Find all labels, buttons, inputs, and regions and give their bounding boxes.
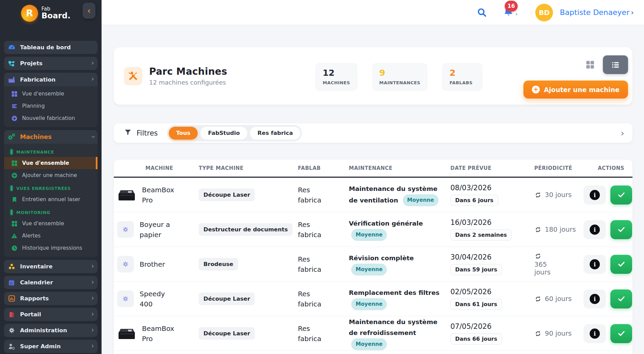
periodicity-cell: 180 jours (530, 226, 578, 233)
sidebar-subpanel: Vue d'ensemble Planning Nouvelle fabrica… (4, 86, 97, 127)
sidebar-item-portail[interactable]: Portail › (4, 308, 97, 321)
chevron-right-icon[interactable]: › (631, 8, 634, 17)
add-machine-button[interactable]: + Ajouter une machine (523, 81, 628, 99)
machine-type-badge: Brodeuse (199, 258, 238, 270)
brand-logo-icon: R (21, 5, 38, 22)
plus-circle-icon (11, 172, 18, 179)
page-subtitle: 12 machines configurées (149, 79, 227, 86)
info-button[interactable]: i (584, 220, 606, 239)
due-countdown-badge: Dans 66 jours (450, 333, 502, 344)
maintenance-cell: Révision complète Moyenne (340, 253, 445, 276)
column-header-fablab: FABLAB (293, 165, 340, 171)
actions-cell: i (578, 324, 632, 343)
sidebar-item-label: Administration (20, 327, 67, 334)
info-button[interactable]: i (584, 255, 606, 274)
info-button[interactable]: i (584, 324, 606, 343)
sidebar-item-label: Calendrier (20, 279, 53, 286)
info-button[interactable]: i (584, 185, 606, 205)
user-name[interactable]: Baptiste Denaeyer (560, 8, 629, 17)
sidebar-collapse-button[interactable]: ‹ (83, 3, 95, 19)
table-row: BeamBox Pro Découpe Laser Res fabrica Ma… (114, 316, 632, 351)
notifications-button[interactable]: 16 › (503, 6, 518, 19)
sidebar-item-vue-d-ensemble[interactable]: Vue d'ensemble (4, 88, 97, 100)
clock-icon (11, 245, 18, 251)
priority-badge: Moyenne (351, 264, 387, 276)
refresh-icon (534, 295, 542, 303)
sidebar-item-rapports[interactable]: Rapports › (4, 292, 97, 305)
periodicity-cell: 30 jours (530, 191, 578, 199)
sidebar-item-vue-d-ensemble[interactable]: Vue d'ensemble (4, 217, 97, 230)
stat-machines: 12 MACHINES (316, 63, 357, 91)
actions-cell: i (578, 289, 632, 308)
sidebar-section-vues-enregistrees: VUES ENREGISTRÉES (4, 181, 97, 193)
chevron-right-icon: › (91, 342, 94, 351)
filter-chip-tous[interactable]: Tous (169, 127, 198, 140)
table-row: Brother Brodeuse Res fabrica Révision co… (114, 247, 632, 282)
filter-chip-fabstudio[interactable]: FabStudio (200, 127, 247, 140)
sidebar-item-label: Tableau de bord (20, 44, 71, 51)
sidebar-item-label: Vue d'ensemble (22, 160, 69, 166)
info-button[interactable]: i (584, 289, 606, 308)
brand-name: Fab Board. (41, 6, 70, 20)
chevron-right-icon: › (91, 311, 94, 319)
sidebar-item-label: Vue d'ensemble (22, 91, 64, 97)
validate-button[interactable] (610, 289, 632, 308)
machine-type-badge: Découpe Laser (199, 327, 255, 340)
sidebar-item-vue-d-ensemble[interactable]: Vue d'ensemble (4, 157, 97, 169)
chevron-right-icon[interactable]: › (621, 128, 624, 138)
periodicity-value: 90 jours (545, 330, 572, 337)
sidebar-item-fabrication[interactable]: Fabrication › (4, 73, 97, 86)
grid-view-button[interactable] (583, 57, 597, 72)
main-area: 16 › BD Baptiste Denaeyer › (102, 0, 644, 354)
table-body: BeamBox Pro Découpe Laser Res fabrica Ma… (114, 178, 632, 351)
machine-placeholder-icon (117, 221, 134, 238)
machine-type-badge: Découpe Laser (199, 293, 255, 305)
machine-type-badge: Découpe Laser (199, 189, 255, 201)
sidebar-item-planning[interactable]: Planning (4, 100, 97, 112)
table-row: Boyeur a papier Destructeur de documents… (114, 212, 632, 247)
validate-button[interactable] (610, 324, 632, 343)
info-icon: i (590, 225, 600, 235)
machine-name: Speedy 400 (140, 289, 174, 309)
actions-cell: i (578, 185, 632, 205)
sidebar-group-fabrication: Fabrication › Vue d'ensemble Planning No… (4, 73, 97, 127)
search-icon[interactable] (477, 7, 487, 18)
sidebar-item-historique-impressions[interactable]: Historique impressions (4, 242, 97, 254)
notification-badge: 16 (505, 1, 518, 12)
maintenance-cell: Remplacement des filtres Moyenne (340, 287, 445, 311)
sidebar-item-super-admin[interactable]: Super Admin › (4, 340, 97, 353)
sidebar-item-ajouter-une-machine[interactable]: Ajouter une machine (4, 169, 97, 181)
sidebar-item-tableau-de-bord[interactable]: Tableau de bord (4, 41, 97, 54)
sidebar-item-label: Vue d'ensemble (22, 220, 64, 227)
sidebar-section-maintenance: MAINTENANCE (4, 145, 97, 157)
chevron-right-icon: › (91, 279, 94, 287)
sidebar-item-entretien-annuel-laser[interactable]: Entretien annuel laser (4, 193, 97, 206)
sidebar-item-label: Fabrication (20, 76, 56, 83)
due-date: 30/04/2026 (450, 253, 530, 261)
filters-title: Filtres (137, 129, 158, 137)
periodicity-cell: 90 jours (530, 330, 578, 337)
due-date: 16/03/2026 (450, 218, 530, 227)
check-icon (618, 191, 625, 199)
sidebar-item-label: Inventaire (20, 263, 53, 270)
sidebar-section-monitoring: MONITORING (4, 206, 97, 217)
sidebar-item-administration[interactable]: Administration › (4, 324, 97, 337)
machine-type-cell: Brodeuse (195, 258, 293, 270)
grid-icon (11, 91, 18, 97)
sidebar-item-projets[interactable]: Projets › (4, 57, 97, 70)
sidebar-item-nouvelle-fabrication[interactable]: Nouvelle fabrication (4, 112, 97, 124)
validate-button[interactable] (610, 185, 632, 205)
filter-chip-res-fabrica[interactable]: Res fabrica (250, 127, 300, 140)
validate-button[interactable] (610, 255, 632, 274)
avatar[interactable]: BD (535, 4, 553, 21)
validate-button[interactable] (610, 220, 632, 239)
list-view-button[interactable] (603, 55, 628, 74)
machine-name: Brother (140, 259, 165, 269)
section-pill-icon (11, 210, 13, 215)
sidebar-item-alertes[interactable]: Alertes (4, 230, 97, 242)
sidebar-item-inventaire[interactable]: Inventaire › (4, 260, 97, 273)
periodicity-cell: 365 jours (530, 252, 561, 276)
sidebar-item-calendrier[interactable]: Calendrier › (4, 276, 97, 289)
machine-type-badge: Destructeur de documents (199, 223, 292, 236)
sidebar-item-machines[interactable]: Machines › (4, 130, 97, 144)
